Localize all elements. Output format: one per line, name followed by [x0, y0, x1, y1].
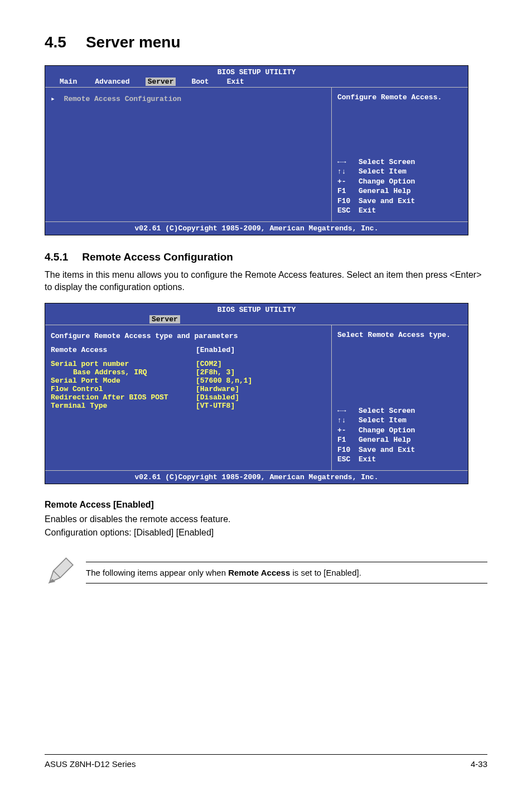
bios-help-pane: Configure Remote Access. ←→Select Screen…: [331, 88, 468, 221]
bios-help-text: Configure Remote Access.: [337, 93, 462, 149]
remote-access-config-item: Remote Access Configuration: [64, 95, 181, 103]
bios-copyright: v02.61 (C)Copyright 1985-2009, American …: [45, 222, 468, 235]
bios-title-2: BIOS SETUP UTILITY: [45, 303, 468, 314]
note-text: The following items appear only when Rem…: [86, 562, 487, 583]
bios-title: BIOS SETUP UTILITY: [45, 66, 468, 76]
bios-menu-boot: Boot: [182, 78, 217, 86]
option-heading: Remote Access [Enabled]: [45, 500, 487, 510]
bios-content-pane-2: Configure Remote Access type and paramet…: [45, 325, 331, 470]
option-desc-1: Enables or disables the remote access fe…: [45, 513, 487, 525]
subsection-name: Remote Access Configuration: [82, 251, 233, 263]
note-block: The following items appear only when Rem…: [45, 556, 487, 590]
pencil-icon: [45, 556, 76, 590]
bios-help-pane-2: Select Remote Access type. ←→Select Scre…: [331, 325, 468, 470]
bios-menu-exit: Exit: [218, 78, 253, 86]
bios-menu-main: Main: [51, 78, 86, 86]
config-heading: Configure Remote Access type and paramet…: [51, 332, 326, 340]
page-footer: ASUS Z8NH-D12 Series 4-33: [45, 754, 487, 769]
section-name: Server menu: [86, 33, 181, 51]
subsection-title: 4.5.1Remote Access Configuration: [45, 251, 487, 263]
bios-copyright-2: v02.61 (C)Copyright 1985-2009, American …: [45, 471, 468, 484]
bios-key-legend-2: ←→Select Screen ↑↓Select Item +-Change O…: [337, 406, 462, 465]
bios-menu-server: Server: [146, 78, 176, 86]
bios-help-text-2: Select Remote Access type.: [337, 331, 462, 387]
bios-screenshot-2: BIOS SETUP UTILITY Server Configure Remo…: [45, 303, 468, 484]
option-desc-2: Configuration options: [Disabled] [Enabl…: [45, 527, 487, 539]
bios-menu-bar: Main Advanced Server Boot Exit: [45, 76, 468, 87]
bios-key-legend: ←→Select Screen ↑↓Select Item +-Change O…: [337, 157, 462, 216]
section-title: 4.5Server menu: [45, 33, 487, 51]
bios-screenshot-1: BIOS SETUP UTILITY Main Advanced Server …: [45, 65, 468, 235]
bios-content-pane: ▸ Remote Access Configuration: [45, 88, 331, 221]
subsection-body: The items in this menu allows you to con…: [45, 269, 487, 294]
footer-page-num: 4-33: [471, 759, 487, 769]
bios-menu-advanced: Advanced: [86, 78, 138, 86]
bios-menu-bar-2: Server: [45, 314, 468, 325]
subsection-num: 4.5.1: [45, 251, 68, 263]
section-num: 4.5: [45, 33, 66, 51]
footer-product: ASUS Z8NH-D12 Series: [45, 759, 136, 769]
bios-menu-server-2: Server: [149, 315, 180, 324]
